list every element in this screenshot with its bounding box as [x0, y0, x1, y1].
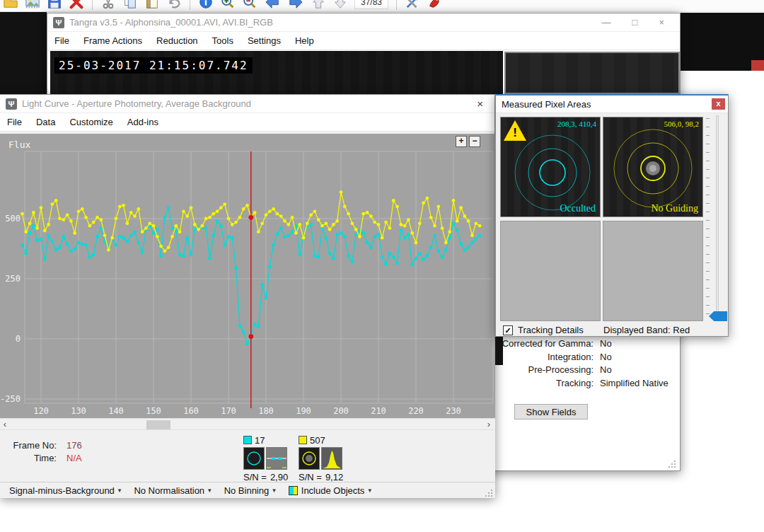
svg-text:210: 210 [371, 406, 386, 416]
svg-text:160: 160 [183, 406, 199, 416]
menu-file[interactable]: File [0, 114, 29, 130]
frame-info-panel: Frame No:176 Time:N/A 17 S/N =2,90 507 [0, 430, 495, 482]
show-fields-button[interactable]: Show Fields [514, 404, 588, 420]
legend-swatch-17 [243, 436, 252, 444]
aperture-thumbnail-icon [243, 447, 265, 470]
tools-icon[interactable] [405, 0, 420, 10]
close-button[interactable]: x [712, 98, 725, 110]
info-row: Corrected for Gamma:No [494, 337, 693, 351]
measured-pixel-areas-window: Measured Pixel Areas x ! 208,3, 410,4 Oc… [495, 94, 729, 337]
light-curve-bottom-toolbar: Signal-minus-Background ▾ No Normalisati… [0, 482, 495, 498]
light-curve-window: Ψ Light Curve - Aperture Photometry, Ave… [0, 94, 495, 497]
svg-text:200: 200 [333, 406, 349, 416]
binning-dropdown[interactable]: No Binning ▾ [219, 484, 281, 497]
aperture-rings-icon [603, 117, 702, 216]
menu-add-ins[interactable]: Add-ins [120, 114, 166, 130]
resize-grip[interactable] [668, 459, 677, 468]
flux-axis-label: Flux [8, 139, 30, 150]
reduction-info-panel: Corrected for Gamma:No Integration:No Pr… [494, 337, 693, 390]
legend-object-17: 17 S/N =2,90 [243, 435, 288, 482]
delete-icon[interactable] [69, 0, 84, 10]
close-button[interactable]: × [659, 17, 664, 28]
svg-text:190: 190 [296, 406, 311, 416]
zoom-in-icon[interactable] [220, 0, 236, 10]
menu-customize[interactable]: Customize [62, 114, 120, 130]
tangra-menubar: File Frame Actions Reduction Tools Setti… [47, 32, 680, 50]
legend-object-507: 507 S/N =9,12 [299, 435, 343, 482]
light-curve-plot[interactable]: 1201301401501601701801902002102202305002… [0, 134, 495, 418]
resize-grip[interactable] [485, 488, 494, 497]
reduction-mode-dropdown[interactable]: Signal-minus-Background ▾ [4, 484, 126, 497]
menu-help[interactable]: Help [288, 33, 321, 49]
tangra-logo-icon: Ψ [6, 98, 17, 110]
arrow-right-icon[interactable] [287, 0, 304, 10]
toolbar-separator [396, 0, 397, 10]
info-row: Integration:No [494, 351, 693, 364]
plot-horizontal-scrollbar[interactable]: ‹ › [0, 418, 495, 430]
arrow-up-icon[interactable] [311, 0, 326, 10]
light-curve-titlebar[interactable]: Ψ Light Curve - Aperture Photometry, Ave… [0, 95, 494, 113]
plot-zoom-out-button[interactable]: − [469, 136, 480, 147]
zoom-out-icon[interactable] [242, 0, 257, 10]
menu-frame-actions[interactable]: Frame Actions [76, 33, 149, 49]
chevron-down-icon: ▾ [368, 487, 371, 494]
tangra-titlebar[interactable]: Ψ Tangra v3.5 - Alphonsina_00001.AVI, AV… [47, 13, 680, 32]
psf-profile-icon [266, 447, 287, 470]
close-icon[interactable]: × [471, 98, 489, 110]
cut-icon[interactable] [100, 0, 116, 10]
save-icon[interactable] [47, 0, 62, 10]
menu-data[interactable]: Data [29, 114, 62, 130]
paste-icon[interactable] [144, 0, 160, 10]
plot-zoom-in-button[interactable]: + [456, 136, 467, 147]
slider-thumb[interactable] [709, 311, 727, 321]
light-curve-menubar: File Data Customize Add-ins [0, 113, 494, 132]
svg-text:150: 150 [146, 406, 161, 416]
include-objects-dropdown[interactable]: Include Objects ▾ [284, 484, 376, 497]
scrollbar-thumb[interactable] [146, 420, 170, 429]
sn-ratio: S/N =2,90 [243, 472, 288, 482]
svg-text:170: 170 [221, 406, 236, 416]
info-icon[interactable] [198, 0, 214, 10]
svg-text:140: 140 [108, 406, 124, 416]
svg-text:250: 250 [5, 274, 21, 284]
scroll-left-icon[interactable]: ‹ [0, 420, 10, 429]
info-row: Pre-Processing:No [494, 364, 693, 377]
target-coordinates: 208,3, 410,4 [557, 120, 596, 128]
displayed-band-label: Displayed Band: Red [603, 325, 690, 335]
menu-reduction[interactable]: Reduction [149, 33, 205, 49]
measured-area-occulted: ! 208,3, 410,4 Occulted [500, 117, 601, 217]
scroll-right-icon[interactable]: › [484, 420, 494, 429]
page-counter: 37/83 [354, 0, 388, 9]
image-icon[interactable] [25, 0, 40, 10]
svg-text:220: 220 [408, 406, 424, 416]
psf-profile-icon [321, 447, 342, 470]
osd-timestamp: 25-03-2017 21:15:07.742 [54, 57, 253, 74]
tracking-details-label: Tracking Details [518, 325, 584, 335]
measured-pixel-areas-titlebar[interactable]: Measured Pixel Areas [496, 96, 728, 113]
target-label: Occulted [560, 203, 596, 214]
menu-settings[interactable]: Settings [241, 33, 288, 49]
measured-area-no-guiding: 506,0, 98,2 No Guiding [603, 117, 703, 217]
plugin-icon[interactable] [427, 0, 442, 10]
slider-ticks [706, 118, 710, 315]
menu-tools[interactable]: Tools [205, 33, 241, 49]
menu-file[interactable]: File [47, 33, 76, 49]
undo-icon[interactable] [166, 0, 182, 10]
slider-track[interactable] [716, 115, 719, 319]
legend-swatch-507 [299, 436, 307, 444]
arrow-left-icon[interactable] [264, 0, 281, 10]
legend-id: 507 [310, 435, 325, 446]
maximize-button[interactable]: □ [632, 17, 638, 28]
object-colors-icon [289, 486, 298, 495]
tangra-logo-icon: Ψ [53, 17, 64, 28]
check-icon: ✓ [504, 326, 511, 335]
copy-icon[interactable] [122, 0, 138, 10]
normalisation-dropdown[interactable]: No Normalisation ▾ [129, 484, 216, 497]
svg-text:180: 180 [258, 406, 274, 416]
measured-pixel-areas-title: Measured Pixel Areas [502, 99, 591, 110]
background-video-area [0, 12, 47, 94]
minimize-button[interactable]: — [602, 17, 611, 28]
tracking-details-checkbox[interactable]: ✓ [503, 325, 513, 335]
arrow-down-icon[interactable] [332, 0, 348, 10]
open-folder-icon[interactable] [3, 0, 18, 10]
